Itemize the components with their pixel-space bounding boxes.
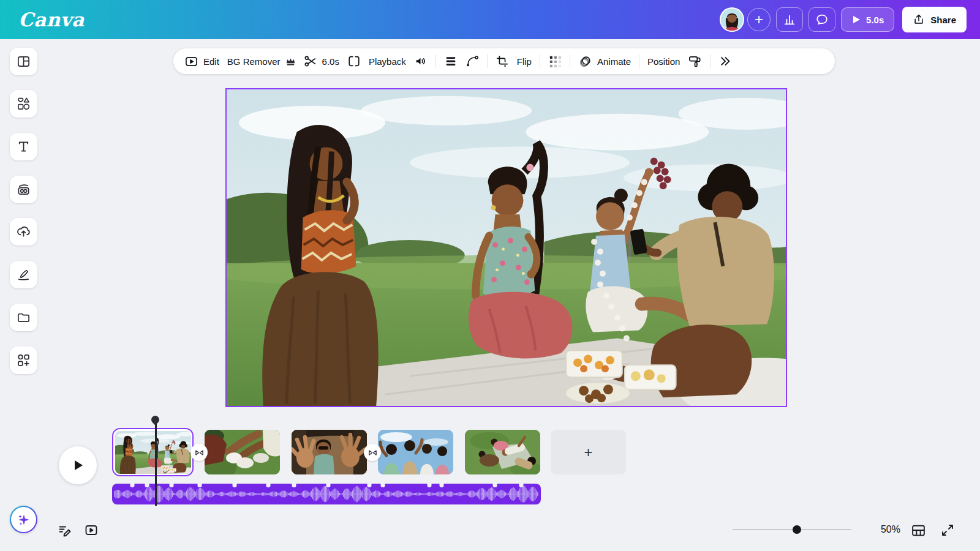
sidebar-item-design[interactable] [10, 48, 37, 75]
split-button[interactable] [347, 54, 361, 68]
timeline-play-button[interactable] [59, 446, 97, 484]
bg-remover-label: BG Remover [227, 56, 281, 67]
sidebar-item-elements[interactable] [10, 90, 37, 118]
canva-logo: Canva [18, 9, 85, 31]
volume-icon [414, 54, 428, 68]
toolbar-divider [570, 54, 570, 68]
crop-icon [496, 54, 509, 68]
clip-thumbnail-lying-grass [465, 430, 540, 474]
double-chevron-right-icon [718, 54, 732, 68]
more-tools-button[interactable] [718, 54, 732, 68]
comments-button[interactable] [809, 7, 835, 32]
transparency-icon [548, 54, 562, 68]
timeline-clip-5[interactable] [465, 430, 540, 474]
context-toolbar: Edit BG Remover 6.0s Playback [173, 48, 835, 74]
animate-label: Animate [597, 56, 631, 67]
sparkle-icon [17, 512, 31, 527]
paint-roller-icon [688, 54, 702, 69]
audio-waveform [112, 484, 541, 504]
flip-button[interactable]: Flip [517, 56, 532, 67]
clip-thumbnail-hands-car [292, 430, 367, 474]
transparency-button[interactable] [548, 54, 562, 68]
grid-view-icon [911, 523, 926, 538]
comment-icon [815, 13, 829, 26]
add-clip-button[interactable]: + [551, 430, 626, 474]
toolbar-divider [487, 54, 488, 68]
avatar[interactable] [720, 7, 744, 32]
pro-crown-icon [285, 57, 296, 66]
sidebar-item-apps[interactable] [10, 347, 37, 374]
sidebar-item-draw[interactable] [10, 261, 37, 288]
design-icon [17, 54, 31, 69]
trim-duration-label: 6.0s [322, 56, 339, 67]
fullscreen-button[interactable] [940, 523, 955, 538]
playhead-line[interactable] [155, 424, 157, 506]
split-icon [347, 54, 361, 68]
draw-icon [17, 268, 31, 282]
edit-video-icon [184, 54, 198, 69]
transition-button-2[interactable] [364, 444, 381, 461]
share-label: Share [930, 15, 956, 25]
preview-play-button[interactable]: 5.0s [841, 7, 894, 32]
toolbar-divider [540, 54, 540, 68]
toolbar-divider [710, 54, 710, 68]
play-icon [851, 15, 861, 24]
transition-button-1[interactable] [190, 444, 208, 461]
video-canvas[interactable] [225, 88, 787, 407]
share-icon [913, 13, 925, 26]
insights-icon [783, 13, 796, 26]
sidebar-item-uploads[interactable] [10, 218, 37, 246]
playback-button[interactable]: Playback [369, 56, 406, 67]
transition-bowtie-icon [195, 449, 204, 456]
pages-view-button[interactable] [84, 523, 99, 538]
adjust-lines-icon [444, 54, 458, 68]
zoom-slider-thumb[interactable] [793, 525, 801, 534]
sidebar-item-brand[interactable] [10, 176, 37, 203]
sidebar-item-projects[interactable] [10, 304, 37, 331]
copy-style-button[interactable] [688, 54, 702, 69]
adjust-button[interactable] [444, 54, 458, 68]
share-button[interactable]: Share [902, 7, 967, 32]
expand-icon [940, 523, 955, 538]
insights-button[interactable] [776, 7, 803, 32]
video-page-icon [84, 523, 99, 538]
curve-icon [466, 54, 479, 68]
edit-button[interactable]: Edit [184, 54, 219, 69]
zoom-slider-track[interactable] [733, 529, 851, 530]
animate-button[interactable]: Animate [578, 54, 631, 69]
animate-icon [578, 54, 592, 69]
toolbar-divider [435, 54, 436, 68]
projects-icon [17, 310, 31, 324]
zoom-percent-label: 50% [873, 524, 900, 535]
timeline-clip-3[interactable] [292, 430, 367, 474]
clip-thumbnail-blue-sky [378, 430, 453, 474]
apps-icon [17, 353, 31, 367]
volume-button[interactable] [414, 54, 428, 68]
notes-icon [58, 523, 72, 538]
play-icon [71, 459, 85, 472]
transition-bowtie-icon [368, 449, 377, 456]
timeline-clip-2[interactable] [205, 430, 280, 474]
uploads-icon [17, 225, 31, 239]
crop-button[interactable] [496, 54, 509, 68]
position-label: Position [647, 56, 680, 67]
toolbar-divider [639, 54, 639, 68]
trim-button[interactable]: 6.0s [304, 54, 339, 68]
bg-remover-button[interactable]: BG Remover [227, 56, 296, 67]
scissors-icon [304, 54, 317, 68]
audio-track[interactable] [112, 484, 541, 504]
sidebar-item-text[interactable] [10, 133, 37, 160]
grid-view-button[interactable] [911, 523, 925, 538]
add-member-button[interactable]: + [747, 8, 771, 31]
avatar-image [721, 9, 743, 31]
clip-thumbnail-legs-grass [205, 430, 280, 474]
elements-icon [17, 97, 31, 111]
timeline-clip-1-selected[interactable] [112, 428, 194, 476]
position-button[interactable]: Position [647, 56, 680, 67]
fade-curve-button[interactable] [466, 54, 479, 68]
notes-button[interactable] [58, 523, 72, 538]
playback-label: Playback [369, 56, 406, 67]
ai-assistant-button[interactable] [10, 506, 37, 533]
video-frame-picnic [227, 89, 786, 406]
timeline-clip-4[interactable] [378, 430, 453, 474]
